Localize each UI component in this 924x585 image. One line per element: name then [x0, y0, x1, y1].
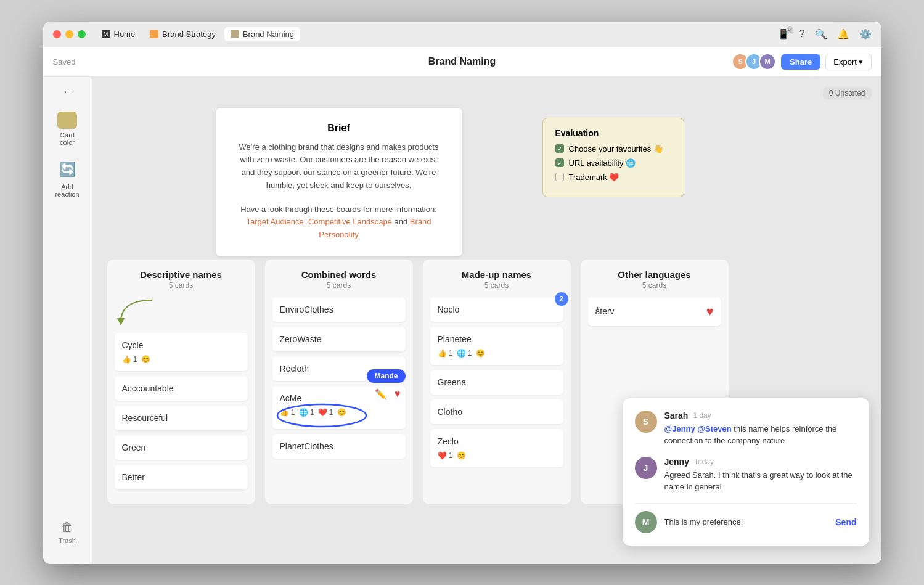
card-enviroclothes-name: EnviroClothes — [280, 305, 398, 314]
saved-label: Saved — [53, 57, 76, 67]
card-noclo: Noclo 2 — [430, 297, 563, 322]
fullscreen-button[interactable] — [78, 30, 86, 38]
eval-check-2[interactable]: ✓ — [555, 158, 564, 167]
phone-icon[interactable]: 📱 0 — [777, 28, 790, 40]
card-zerowaste: ZeroWaste — [272, 327, 406, 351]
comment-avatar-me: M — [635, 511, 657, 533]
column-combined: Combined words 5 cards EnviroClothes Zer… — [265, 260, 413, 504]
comment-avatar-jenny: J — [635, 457, 657, 479]
tab-home[interactable]: M Home — [96, 27, 142, 41]
settings-icon[interactable]: ⚙️ — [859, 28, 872, 40]
comment-sarah: S Sarah 1 day @Jenny @Steven this name h… — [635, 411, 857, 447]
card-accountable-name: Acccountable — [122, 383, 240, 393]
home-tab-label: Home — [114, 30, 136, 39]
mention-jenny: @Jenny — [664, 424, 695, 433]
card-accountable: Acccountable — [115, 376, 248, 401]
app-window: M Home Brand Strategy Brand Naming 📱 0 ?… — [43, 22, 881, 564]
card-color-label: Card color — [52, 131, 82, 146]
svg-point-0 — [277, 404, 366, 427]
mention-steven: @Steven — [697, 424, 731, 433]
card-clotho-name: Clotho — [438, 407, 556, 417]
comment-panel: S Sarah 1 day @Jenny @Steven this name h… — [623, 398, 869, 546]
sidebar-trash[interactable]: 🗑 Trash — [47, 515, 87, 549]
send-button[interactable]: Send — [835, 517, 856, 527]
brief-body: We're a clothing brand that designs and … — [235, 141, 443, 192]
eval-check-1[interactable]: ✓ — [555, 144, 564, 153]
avatar-group: S J M — [732, 53, 776, 70]
card-cycle: Cycle 👍 1 😊 — [115, 333, 248, 371]
card-zeclo-name: Zeclo — [438, 436, 556, 446]
card-zeclo-reactions: ❤️ 1 😊 — [438, 451, 556, 460]
sidebar-add-reaction[interactable]: 🔄 Add reaction — [47, 153, 87, 203]
app-header: Saved Brand Naming S J M Share Export ▾ — [43, 47, 881, 77]
card-resourceful-name: Resourceful — [122, 413, 240, 423]
eval-item-favourites[interactable]: ✓ Choose your favourites 👋 — [555, 144, 671, 153]
brand-strategy-tab-label: Brand Strategy — [162, 30, 216, 39]
card-zerowaste-name: ZeroWaste — [280, 334, 398, 344]
trash-icon: 🗑 — [61, 520, 73, 534]
canvas: 0 Unsorted Brief We're a clothing brand … — [92, 77, 881, 564]
card-green: Green — [115, 435, 248, 460]
card-better: Better — [115, 465, 248, 489]
phone-badge: 0 — [786, 26, 793, 33]
circle-annotation — [275, 403, 374, 430]
reaction-smile-planetee[interactable]: 😊 — [476, 349, 485, 358]
close-button[interactable] — [53, 30, 61, 38]
comment-sarah-body: Sarah 1 day @Jenny @Steven this name hel… — [664, 411, 857, 447]
titlebar: M Home Brand Strategy Brand Naming 📱 0 ?… — [43, 22, 881, 47]
card-noclo-name: Noclo — [438, 305, 556, 314]
target-audience-link[interactable]: Target Audience — [247, 217, 304, 226]
competitive-landscape-link[interactable]: Competitive Landscape — [308, 217, 392, 226]
card-better-name: Better — [122, 472, 240, 482]
column-descriptive-count: 5 cards — [115, 281, 248, 290]
column-madeup-count: 5 cards — [430, 281, 563, 290]
card-planetee-reactions: 👍 1 🌐 1 😊 — [438, 349, 556, 358]
bell-icon[interactable]: 🔔 — [837, 28, 849, 40]
heart-annotation-icon: ♥ — [395, 388, 401, 399]
column-other-header: Other languages 5 cards — [588, 269, 721, 290]
minimize-button[interactable] — [65, 30, 73, 38]
column-combined-header: Combined words 5 cards — [272, 269, 406, 290]
comment-input-row: M Send — [635, 503, 857, 533]
help-icon[interactable]: ? — [799, 28, 805, 39]
home-icon: M — [102, 30, 110, 38]
sidebar-card-color[interactable]: Card color — [47, 107, 87, 151]
add-reaction-label: Add reaction — [52, 183, 82, 198]
card-green-name: Green — [122, 443, 240, 452]
reaction-globe-planetee[interactable]: 🌐 1 — [457, 349, 472, 358]
card-cycle-name: Cycle — [122, 340, 240, 350]
eval-label-3: Trademark ❤️ — [569, 173, 619, 182]
pencil-annotation-icon: ✏️ — [375, 388, 387, 400]
comment-sarah-header: Sarah 1 day — [664, 411, 857, 420]
column-combined-count: 5 cards — [272, 281, 406, 290]
reaction-icon: 🔄 — [56, 158, 78, 181]
reaction-smile-zeclo[interactable]: 😊 — [457, 451, 466, 460]
reaction-thumbsup-planetee[interactable]: 👍 1 — [438, 349, 453, 358]
comment-avatar-sarah: S — [635, 411, 657, 433]
brand-strategy-icon — [150, 30, 158, 38]
brand-naming-tab-label: Brand Naming — [243, 30, 294, 39]
search-icon[interactable]: 🔍 — [815, 28, 827, 40]
comment-jenny-time: Today — [694, 457, 714, 466]
tab-brand-naming[interactable]: Brand Naming — [224, 27, 300, 41]
reaction-heart-zeclo[interactable]: ❤️ 1 — [438, 451, 453, 460]
card-clotho: Clotho — [430, 399, 563, 424]
aterv-heart-icon: ♥ — [706, 305, 714, 319]
export-button[interactable]: Export ▾ — [825, 54, 871, 70]
tab-brand-strategy[interactable]: Brand Strategy — [144, 27, 222, 41]
reaction-smile[interactable]: 😊 — [141, 355, 150, 364]
card-greena-name: Greena — [438, 377, 556, 387]
eval-check-3[interactable] — [555, 173, 564, 181]
brief-card: Brief We're a clothing brand that design… — [216, 108, 462, 272]
unsorted-badge: 0 Unsorted — [823, 87, 872, 99]
card-planetee: Planetee 👍 1 🌐 1 😊 — [430, 327, 563, 365]
eval-item-trademark[interactable]: Trademark ❤️ — [555, 173, 671, 182]
share-button[interactable]: Share — [781, 54, 820, 70]
card-enviroclothes: EnviroClothes — [272, 297, 406, 322]
eval-item-url[interactable]: ✓ URL availability 🌐 — [555, 158, 671, 168]
sarah-avatar-img: S — [635, 411, 657, 433]
back-button[interactable]: ← — [58, 84, 76, 99]
reaction-thumbsup[interactable]: 👍 1 — [122, 355, 137, 364]
main-content: ← Card color 🔄 Add reaction 🗑 Trash 0 Un… — [43, 77, 881, 564]
comment-input[interactable] — [664, 517, 828, 526]
